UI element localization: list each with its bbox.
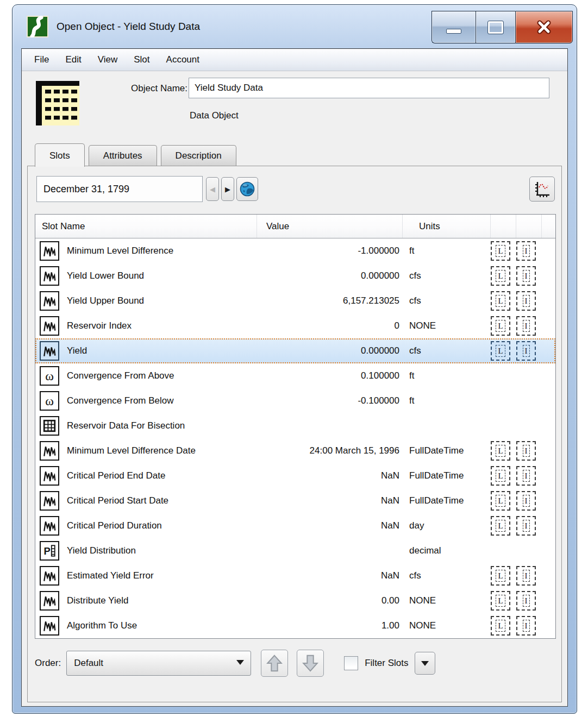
table-row[interactable]: Convergence From Below -0.100000 ft (35, 388, 555, 413)
slot-name: Critical Period Start Date (64, 495, 257, 506)
slot-name: Yield Lower Bound (64, 271, 257, 281)
table-row[interactable]: Reservoir Data For Bisection (35, 413, 555, 438)
slot-units: NONE (403, 620, 491, 631)
window-title: Open Object - Yield Study Data (57, 21, 200, 33)
slot-units: ft (403, 370, 491, 381)
header-slot-name[interactable]: Slot Name (35, 215, 257, 238)
menu-file[interactable]: File (26, 49, 57, 70)
riverware-app-icon (27, 16, 48, 37)
input-flag-icon: I (516, 316, 536, 336)
table-row[interactable]: Algorithm To Use 1.00 NONE L I (35, 613, 555, 638)
table-row[interactable]: Yield Lower Bound 0.000000 cfs L I (35, 263, 555, 288)
move-up-button[interactable] (261, 650, 288, 677)
data-object-icon (35, 80, 80, 127)
header-value[interactable]: Value (257, 215, 403, 238)
lag-flag-icon: L (491, 316, 510, 336)
order-value: Default (74, 658, 103, 669)
maximize-icon (488, 21, 503, 34)
slot-value: NaN (257, 495, 403, 506)
tab-description[interactable]: Description (161, 145, 236, 166)
slot-name: Distribute Yield (64, 595, 257, 606)
table-row[interactable]: Estimated Yield Error NaN cfs L I (35, 563, 555, 588)
order-label: Order: (35, 658, 61, 669)
slot-units: FullDateTime (403, 470, 491, 481)
table-row[interactable]: Yield Upper Bound 6,157.213025 cfs L I (35, 288, 555, 313)
series-slot-icon (40, 616, 59, 636)
omega-slot-icon (40, 366, 59, 386)
tab-attributes[interactable]: Attributes (89, 145, 157, 166)
menu-slot[interactable]: Slot (126, 49, 158, 70)
slot-units: cfs (403, 295, 491, 306)
series-slot-icon (40, 266, 59, 286)
previous-step-icon: ◀ (210, 185, 215, 193)
move-down-button[interactable] (297, 650, 324, 677)
table-row[interactable]: Minimum Level Difference -1.000000 ft L … (35, 238, 555, 263)
input-flag-icon: I (516, 341, 536, 361)
table-row[interactable]: Convergence From Above 0.100000 ft (35, 363, 555, 388)
lag-flag-icon: L (491, 591, 510, 611)
input-flag-icon: I (516, 516, 536, 536)
object-name-input[interactable] (189, 78, 549, 98)
series-slot-icon (40, 516, 59, 536)
tab-slots[interactable]: Slots (35, 143, 85, 167)
lag-flag-icon: L (491, 566, 510, 586)
header-units[interactable]: Units (403, 215, 491, 238)
client-area: File Edit View Slot Account (21, 48, 568, 707)
lag-flag-icon: L (491, 441, 510, 461)
slot-units: decimal (403, 545, 491, 556)
slot-units: day (403, 520, 491, 531)
previous-timestep-button[interactable]: ◀ (206, 177, 219, 201)
table-row-selected[interactable]: Yield 0.000000 cfs L I (35, 338, 555, 363)
filter-slots-checkbox[interactable] (344, 656, 358, 670)
arrow-down-icon (301, 654, 320, 672)
close-button[interactable] (515, 11, 573, 43)
header-flag-2[interactable] (516, 215, 542, 238)
close-icon (536, 19, 552, 35)
table-row[interactable]: Yield Distribution decimal (35, 538, 555, 563)
slot-name: Minimum Level Difference (64, 246, 257, 256)
input-flag-icon: I (516, 591, 536, 611)
titlebar[interactable]: Open Object - Yield Study Data (12, 5, 577, 48)
slots-tab-panel: December 31, 1799 ◀ ▶ (27, 166, 562, 702)
omega-slot-icon (40, 391, 59, 411)
datetime-field[interactable]: December 31, 1799 (36, 176, 203, 202)
plot-slot-button[interactable] (529, 177, 555, 202)
menu-account[interactable]: Account (158, 49, 208, 70)
menu-view[interactable]: View (90, 49, 126, 70)
lag-flag-icon: L (491, 466, 510, 486)
table-row[interactable]: Critical Period Duration NaN day L I (35, 513, 555, 538)
header-flag-1[interactable] (491, 215, 516, 238)
slot-name: Yield Distribution (64, 545, 257, 556)
slot-value: 0.000000 (257, 345, 403, 356)
object-name-label: Object Name: (82, 83, 187, 94)
slot-units: FullDateTime (403, 495, 491, 506)
slot-name: Yield Upper Bound (64, 295, 257, 306)
table-row[interactable]: Reservoir Index 0 NONE L I (35, 313, 555, 338)
filter-options-button[interactable] (415, 652, 435, 675)
table-body: Minimum Level Difference -1.000000 ft L … (35, 238, 555, 638)
table-row[interactable]: Minimum Level Difference Date 24:00 Marc… (35, 438, 555, 463)
order-combobox[interactable]: Default (66, 651, 251, 676)
arrow-up-icon (265, 654, 284, 672)
slot-name: Minimum Level Difference Date (64, 445, 257, 456)
footer-bar: Order: Default (35, 650, 561, 677)
series-slot-icon (40, 466, 59, 486)
slot-name: Algorithm To Use (64, 620, 257, 631)
slot-units: NONE (403, 320, 491, 331)
minimize-button[interactable] (431, 11, 476, 43)
series-slot-icon (40, 441, 59, 461)
series-slot-icon (40, 291, 59, 311)
maximize-button[interactable] (476, 11, 515, 43)
series-slot-icon (40, 491, 59, 511)
table-row[interactable]: Distribute Yield 0.00 NONE L I (35, 588, 555, 613)
object-header: Object Name: Data Object (22, 71, 567, 144)
input-flag-icon: I (516, 441, 536, 461)
slot-units: cfs (403, 345, 491, 356)
global-time-scroll-button[interactable] (236, 177, 258, 201)
next-timestep-button[interactable]: ▶ (221, 177, 234, 201)
table-row[interactable]: Critical Period End Date NaN FullDateTim… (35, 463, 555, 488)
menu-edit[interactable]: Edit (57, 49, 89, 70)
table-row[interactable]: Critical Period Start Date NaN FullDateT… (35, 488, 555, 513)
slot-units: NONE (403, 595, 491, 606)
tab-bar: Slots Attributes Description (22, 144, 567, 166)
